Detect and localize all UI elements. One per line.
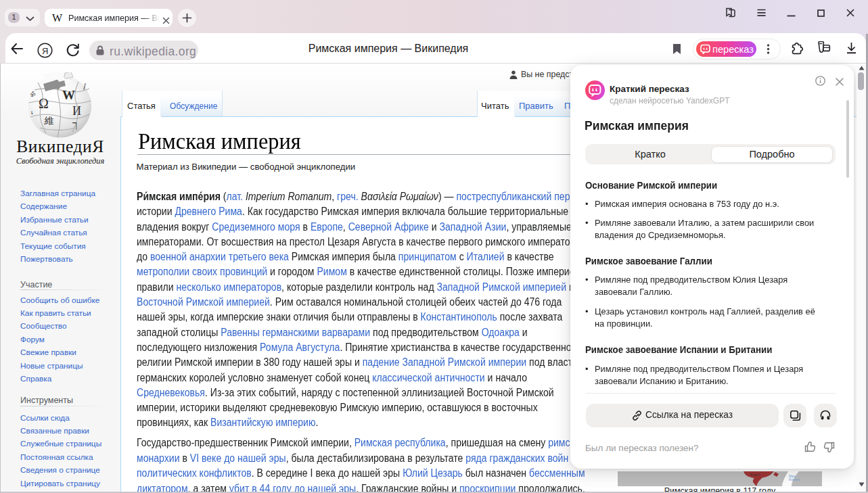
svg-text:И: И — [72, 104, 81, 118]
svg-text:維: 維 — [45, 116, 54, 126]
svg-text:เ: เ — [31, 110, 33, 116]
svg-text:Aegyptus: Aegyptus — [750, 473, 760, 476]
svg-text:Я: Я — [42, 46, 48, 56]
svg-text:ך: ך — [72, 119, 77, 130]
svg-text:W: W — [62, 88, 75, 102]
svg-text:Ω: Ω — [39, 96, 49, 111]
svg-text:Rubrum: Rubrum — [789, 478, 800, 482]
